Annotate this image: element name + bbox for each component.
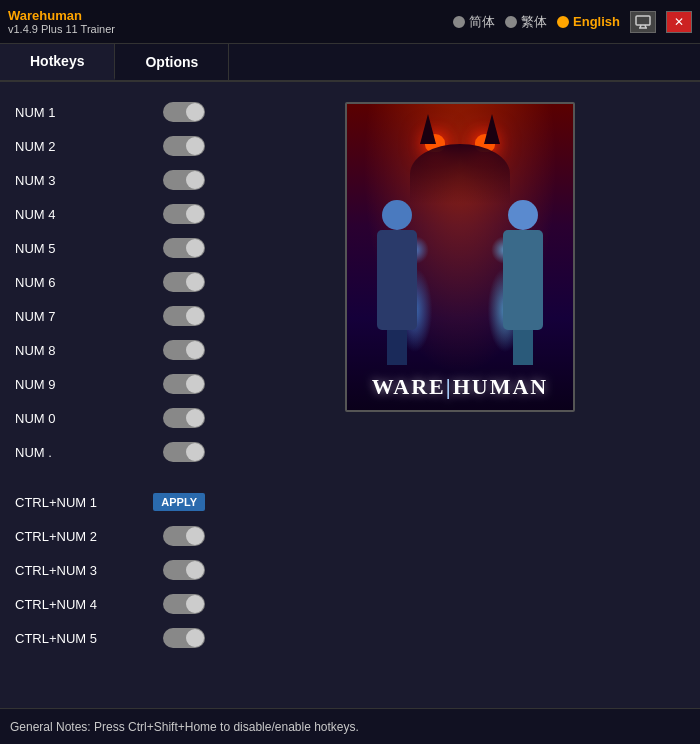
char-right: [493, 200, 553, 360]
app-name: Warehuman: [8, 8, 115, 23]
radio-jianti-icon: [453, 16, 465, 28]
toggle-ctrl-num3[interactable]: [163, 560, 205, 580]
hotkey-row-num0: NUM 0: [10, 403, 210, 433]
hotkey-row-num9: NUM 9: [10, 369, 210, 399]
close-button[interactable]: ✕: [666, 11, 692, 33]
hotkey-row-num3: NUM 3: [10, 165, 210, 195]
hotkey-label-num1: NUM 1: [15, 105, 55, 120]
hotkey-row-num7: NUM 7: [10, 301, 210, 331]
hotkey-label-ctrl-num2: CTRL+NUM 2: [15, 529, 97, 544]
hotkey-row-ctrl-num3: CTRL+NUM 3: [10, 555, 210, 585]
hotkey-label-num6: NUM 6: [15, 275, 55, 290]
status-text: General Notes: Press Ctrl+Shift+Home to …: [10, 720, 359, 734]
toggle-ctrl-num4[interactable]: [163, 594, 205, 614]
toggle-num3[interactable]: [163, 170, 205, 190]
hotkey-row-num4: NUM 4: [10, 199, 210, 229]
cover-title-slash: |: [446, 374, 453, 399]
char-right-body: [503, 230, 543, 330]
tab-options-label: Options: [145, 54, 198, 70]
toggle-num5[interactable]: [163, 238, 205, 258]
radio-english-icon: [557, 16, 569, 28]
lang-jianti[interactable]: 简体: [453, 13, 495, 31]
toggle-ctrl-num2[interactable]: [163, 526, 205, 546]
title-info: Warehuman v1.4.9 Plus 11 Trainer: [8, 8, 115, 35]
hotkey-label-ctrl-num1: CTRL+NUM 1: [15, 495, 97, 510]
toggle-num7[interactable]: [163, 306, 205, 326]
lang-english-label: English: [573, 14, 620, 29]
lang-fanti-label: 繁体: [521, 13, 547, 31]
hotkey-row-ctrl-num1: CTRL+NUM 1 APPLY: [10, 487, 210, 517]
hotkey-label-num3: NUM 3: [15, 173, 55, 188]
radio-fanti-icon: [505, 16, 517, 28]
hotkey-row-ctrl-num2: CTRL+NUM 2: [10, 521, 210, 551]
lang-jianti-label: 简体: [469, 13, 495, 31]
hotkey-row-num6: NUM 6: [10, 267, 210, 297]
hotkey-row-num5: NUM 5: [10, 233, 210, 263]
hotkey-label-num7: NUM 7: [15, 309, 55, 324]
hotkey-row-num2: NUM 2: [10, 131, 210, 161]
lang-english[interactable]: English: [557, 14, 620, 29]
status-bar: General Notes: Press Ctrl+Shift+Home to …: [0, 708, 700, 744]
char-right-head: [508, 200, 538, 230]
cover-title: WARE|HUMAN: [347, 374, 573, 400]
toggle-num1[interactable]: [163, 102, 205, 122]
char-left: [367, 200, 427, 360]
monitor-button[interactable]: [630, 11, 656, 33]
tab-hotkeys[interactable]: Hotkeys: [0, 44, 115, 80]
char-right-legs: [513, 330, 533, 365]
hotkey-label-num0: NUM 0: [15, 411, 55, 426]
hotkey-label-numdot: NUM .: [15, 445, 52, 460]
char-left-body: [377, 230, 417, 330]
hotkey-label-ctrl-num3: CTRL+NUM 3: [15, 563, 97, 578]
hotkey-label-ctrl-num4: CTRL+NUM 4: [15, 597, 97, 612]
char-left-head: [382, 200, 412, 230]
close-icon: ✕: [674, 15, 684, 29]
hotkey-label-ctrl-num5: CTRL+NUM 5: [15, 631, 97, 646]
hotkey-row-ctrl-num4: CTRL+NUM 4: [10, 589, 210, 619]
section-divider: [10, 471, 210, 483]
apply-button[interactable]: APPLY: [153, 493, 205, 511]
monitor-icon: [635, 15, 651, 29]
title-bar: Warehuman v1.4.9 Plus 11 Trainer 简体 繁体 E…: [0, 0, 700, 44]
lang-fanti[interactable]: 繁体: [505, 13, 547, 31]
hotkey-label-num2: NUM 2: [15, 139, 55, 154]
toggle-ctrl-num5[interactable]: [163, 628, 205, 648]
game-image-area: WARE|HUMAN: [220, 92, 700, 698]
hotkey-label-num4: NUM 4: [15, 207, 55, 222]
tab-options[interactable]: Options: [115, 44, 229, 80]
char-left-legs: [387, 330, 407, 365]
toggle-num4[interactable]: [163, 204, 205, 224]
toggle-num0[interactable]: [163, 408, 205, 428]
hotkey-row-numdot: NUM .: [10, 437, 210, 467]
monster-horn-right: [484, 114, 500, 144]
tab-bar: Hotkeys Options: [0, 44, 700, 82]
hotkey-label-num5: NUM 5: [15, 241, 55, 256]
tab-hotkeys-label: Hotkeys: [30, 53, 84, 69]
main-content: NUM 1 NUM 2 NUM 3 NUM 4 NUM 5 NUM 6 NUM …: [0, 82, 700, 708]
toggle-num8[interactable]: [163, 340, 205, 360]
hotkey-label-num9: NUM 9: [15, 377, 55, 392]
hotkeys-column: NUM 1 NUM 2 NUM 3 NUM 4 NUM 5 NUM 6 NUM …: [0, 92, 220, 698]
hotkey-row-num1: NUM 1: [10, 97, 210, 127]
hotkey-row-num8: NUM 8: [10, 335, 210, 365]
toggle-num6[interactable]: [163, 272, 205, 292]
toggle-num9[interactable]: [163, 374, 205, 394]
language-controls: 简体 繁体 English ✕: [453, 11, 692, 33]
monster-horn-left: [420, 114, 436, 144]
game-cover: WARE|HUMAN: [345, 102, 575, 412]
app-version: v1.4.9 Plus 11 Trainer: [8, 23, 115, 35]
toggle-numdot[interactable]: [163, 442, 205, 462]
hotkey-label-num8: NUM 8: [15, 343, 55, 358]
hotkey-row-ctrl-num5: CTRL+NUM 5: [10, 623, 210, 653]
svg-rect-0: [636, 16, 650, 25]
toggle-num2[interactable]: [163, 136, 205, 156]
